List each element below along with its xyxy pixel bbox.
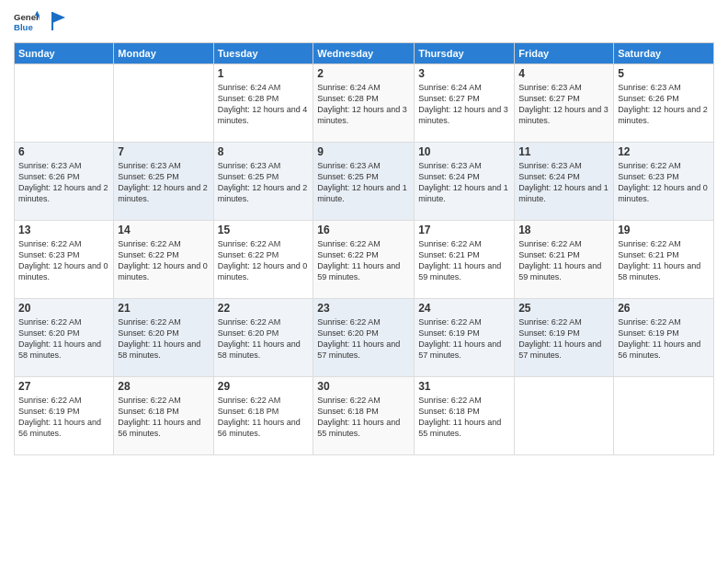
day-number: 3 — [418, 67, 510, 80]
weekday-header-friday: Friday — [515, 43, 614, 64]
calendar-week-row: 6Sunrise: 6:23 AM Sunset: 6:26 PM Daylig… — [15, 143, 714, 221]
day-number: 13 — [18, 224, 109, 236]
day-info: Sunrise: 6:22 AM Sunset: 6:20 PM Dayligh… — [218, 316, 310, 362]
day-info: Sunrise: 6:23 AM Sunset: 6:25 PM Dayligh… — [317, 160, 410, 205]
calendar-cell: 26Sunrise: 6:22 AM Sunset: 6:19 PM Dayli… — [614, 299, 714, 377]
day-info: Sunrise: 6:22 AM Sunset: 6:22 PM Dayligh… — [218, 238, 310, 283]
day-number: 18 — [518, 224, 609, 236]
day-info: Sunrise: 6:22 AM Sunset: 6:22 PM Dayligh… — [317, 238, 410, 283]
day-info: Sunrise: 6:22 AM Sunset: 6:18 PM Dayligh… — [418, 395, 510, 440]
weekday-header-monday: Monday — [114, 43, 213, 64]
day-number: 27 — [18, 380, 109, 393]
day-info: Sunrise: 6:23 AM Sunset: 6:26 PM Dayligh… — [18, 160, 109, 205]
calendar-cell: 25Sunrise: 6:22 AM Sunset: 6:19 PM Dayli… — [515, 299, 614, 377]
logo-icon: General Blue — [14, 9, 40, 35]
weekday-header-tuesday: Tuesday — [213, 43, 313, 64]
calendar-cell: 27Sunrise: 6:22 AM Sunset: 6:19 PM Dayli… — [15, 377, 114, 455]
calendar-cell: 12Sunrise: 6:22 AM Sunset: 6:23 PM Dayli… — [614, 143, 714, 221]
calendar-cell: 18Sunrise: 6:22 AM Sunset: 6:21 PM Dayli… — [515, 221, 614, 299]
day-info: Sunrise: 6:22 AM Sunset: 6:19 PM Dayligh… — [18, 395, 109, 440]
logo-flag-icon — [51, 10, 67, 30]
day-number: 25 — [518, 302, 609, 315]
calendar-cell: 10Sunrise: 6:23 AM Sunset: 6:24 PM Dayli… — [415, 143, 515, 221]
calendar-cell: 20Sunrise: 6:22 AM Sunset: 6:20 PM Dayli… — [15, 299, 114, 377]
day-info: Sunrise: 6:23 AM Sunset: 6:26 PM Dayligh… — [618, 82, 710, 127]
day-info: Sunrise: 6:22 AM Sunset: 6:18 PM Dayligh… — [317, 395, 410, 440]
day-number: 21 — [118, 302, 209, 315]
calendar-cell: 9Sunrise: 6:23 AM Sunset: 6:25 PM Daylig… — [313, 143, 415, 221]
day-number: 2 — [317, 67, 410, 80]
calendar-cell: 17Sunrise: 6:22 AM Sunset: 6:21 PM Dayli… — [415, 221, 515, 299]
day-info: Sunrise: 6:23 AM Sunset: 6:27 PM Dayligh… — [518, 82, 609, 127]
calendar-cell: 28Sunrise: 6:22 AM Sunset: 6:18 PM Dayli… — [114, 377, 213, 455]
calendar-table: SundayMondayTuesdayWednesdayThursdayFrid… — [14, 42, 714, 455]
day-info: Sunrise: 6:22 AM Sunset: 6:23 PM Dayligh… — [18, 238, 109, 283]
day-info: Sunrise: 6:23 AM Sunset: 6:25 PM Dayligh… — [218, 160, 310, 205]
calendar-week-row: 20Sunrise: 6:22 AM Sunset: 6:20 PM Dayli… — [15, 299, 714, 377]
day-number: 26 — [618, 302, 710, 315]
svg-text:Blue: Blue — [14, 22, 33, 32]
day-number: 12 — [618, 145, 710, 158]
day-number: 1 — [218, 67, 310, 80]
calendar-cell: 19Sunrise: 6:22 AM Sunset: 6:21 PM Dayli… — [614, 221, 714, 299]
calendar-cell: 1Sunrise: 6:24 AM Sunset: 6:28 PM Daylig… — [213, 64, 313, 143]
day-number: 9 — [317, 145, 410, 158]
calendar-cell — [515, 377, 614, 455]
calendar-cell: 6Sunrise: 6:23 AM Sunset: 6:26 PM Daylig… — [15, 143, 114, 221]
calendar-week-row: 1Sunrise: 6:24 AM Sunset: 6:28 PM Daylig… — [15, 64, 714, 143]
day-number: 15 — [218, 224, 310, 236]
day-info: Sunrise: 6:22 AM Sunset: 6:22 PM Dayligh… — [118, 238, 209, 283]
day-number: 10 — [418, 145, 510, 158]
calendar-cell: 21Sunrise: 6:22 AM Sunset: 6:20 PM Dayli… — [114, 299, 213, 377]
calendar-cell: 2Sunrise: 6:24 AM Sunset: 6:28 PM Daylig… — [313, 64, 415, 143]
day-number: 17 — [418, 224, 510, 236]
header: General Blue — [14, 9, 714, 35]
weekday-header-wednesday: Wednesday — [313, 43, 415, 64]
day-info: Sunrise: 6:23 AM Sunset: 6:25 PM Dayligh… — [118, 160, 209, 205]
calendar-cell: 4Sunrise: 6:23 AM Sunset: 6:27 PM Daylig… — [515, 64, 614, 143]
day-number: 14 — [118, 224, 209, 236]
day-number: 28 — [118, 380, 209, 393]
weekday-header-sunday: Sunday — [15, 43, 114, 64]
calendar-cell: 7Sunrise: 6:23 AM Sunset: 6:25 PM Daylig… — [114, 143, 213, 221]
day-info: Sunrise: 6:22 AM Sunset: 6:20 PM Dayligh… — [118, 316, 209, 362]
day-info: Sunrise: 6:23 AM Sunset: 6:24 PM Dayligh… — [518, 160, 609, 205]
day-number: 24 — [418, 302, 510, 315]
day-info: Sunrise: 6:22 AM Sunset: 6:19 PM Dayligh… — [418, 316, 510, 362]
day-number: 23 — [317, 302, 410, 315]
day-info: Sunrise: 6:22 AM Sunset: 6:18 PM Dayligh… — [118, 395, 209, 440]
day-info: Sunrise: 6:22 AM Sunset: 6:18 PM Dayligh… — [218, 395, 310, 440]
calendar-cell: 24Sunrise: 6:22 AM Sunset: 6:19 PM Dayli… — [415, 299, 515, 377]
weekday-header-row: SundayMondayTuesdayWednesdayThursdayFrid… — [15, 43, 714, 64]
day-info: Sunrise: 6:22 AM Sunset: 6:21 PM Dayligh… — [418, 238, 510, 283]
day-info: Sunrise: 6:22 AM Sunset: 6:19 PM Dayligh… — [618, 316, 710, 362]
calendar-cell: 11Sunrise: 6:23 AM Sunset: 6:24 PM Dayli… — [515, 143, 614, 221]
calendar-page: General Blue SundayMondayTuesdayWednesda… — [0, 0, 728, 563]
calendar-cell — [614, 377, 714, 455]
calendar-cell — [15, 64, 114, 143]
day-info: Sunrise: 6:23 AM Sunset: 6:24 PM Dayligh… — [418, 160, 510, 205]
day-number: 6 — [18, 145, 109, 158]
day-number: 8 — [218, 145, 310, 158]
calendar-cell: 16Sunrise: 6:22 AM Sunset: 6:22 PM Dayli… — [313, 221, 415, 299]
svg-marker-4 — [52, 12, 65, 23]
calendar-cell: 30Sunrise: 6:22 AM Sunset: 6:18 PM Dayli… — [313, 377, 415, 455]
day-number: 5 — [618, 67, 710, 80]
calendar-cell: 22Sunrise: 6:22 AM Sunset: 6:20 PM Dayli… — [213, 299, 313, 377]
calendar-cell — [114, 64, 213, 143]
calendar-cell: 31Sunrise: 6:22 AM Sunset: 6:18 PM Dayli… — [415, 377, 515, 455]
logo: General Blue — [14, 9, 67, 35]
weekday-header-thursday: Thursday — [415, 43, 515, 64]
day-info: Sunrise: 6:24 AM Sunset: 6:27 PM Dayligh… — [418, 82, 510, 127]
weekday-header-saturday: Saturday — [614, 43, 714, 64]
day-number: 31 — [418, 380, 510, 393]
calendar-cell: 13Sunrise: 6:22 AM Sunset: 6:23 PM Dayli… — [15, 221, 114, 299]
day-number: 19 — [618, 224, 710, 236]
day-info: Sunrise: 6:24 AM Sunset: 6:28 PM Dayligh… — [218, 82, 310, 127]
day-number: 7 — [118, 145, 209, 158]
day-number: 20 — [18, 302, 109, 315]
calendar-cell: 5Sunrise: 6:23 AM Sunset: 6:26 PM Daylig… — [614, 64, 714, 143]
calendar-cell: 29Sunrise: 6:22 AM Sunset: 6:18 PM Dayli… — [213, 377, 313, 455]
calendar-week-row: 13Sunrise: 6:22 AM Sunset: 6:23 PM Dayli… — [15, 221, 714, 299]
day-info: Sunrise: 6:22 AM Sunset: 6:20 PM Dayligh… — [317, 316, 410, 362]
